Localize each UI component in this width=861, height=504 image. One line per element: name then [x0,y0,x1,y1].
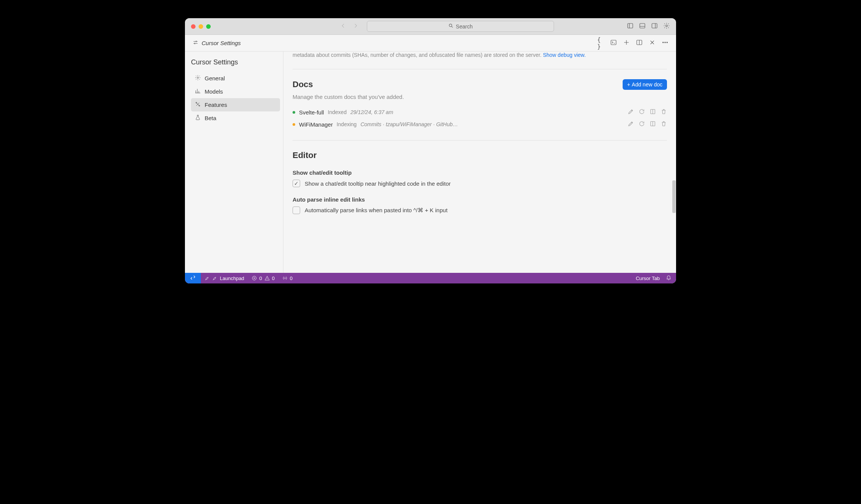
status-dot-icon [293,123,295,126]
docs-heading: Docs [293,80,313,89]
statusbar: Launchpad 0 0 0 Cursor Tab [185,273,676,283]
book-icon[interactable] [650,108,656,116]
bell-icon[interactable] [666,275,672,282]
sidebar-item-general[interactable]: General [191,72,280,85]
minimize-window-button[interactable] [199,24,203,29]
braces-icon[interactable]: { } [597,40,604,47]
close-window-button[interactable] [191,24,196,29]
checkbox-label: Automatically parse links when pasted in… [305,207,448,214]
svg-rect-1 [628,23,633,28]
svg-point-5 [196,41,197,42]
doc-name: WiFiManager [299,121,333,128]
search-icon [448,23,454,30]
panel-right-icon[interactable] [651,22,658,31]
flask-icon [195,114,201,122]
sidebar-item-label: Models [205,88,223,95]
launchpad-button[interactable]: Launchpad [201,273,248,283]
docs-description: Manage the custom docs that you've added… [293,94,667,100]
svg-point-9 [663,42,664,42]
split-editor-icon[interactable] [636,39,643,47]
doc-row: WiFiManager Indexing Commits · tzapu/WiF… [293,118,667,130]
doc-row: Svelte-full Indexed 29/12/24, 6:37 am [293,106,667,118]
warning-count: 0 [272,275,275,281]
edit-icon[interactable] [628,121,634,128]
setting-title: Show chat/edit tooltip [293,169,667,176]
divider [293,140,667,141]
sidebar-item-label: Beta [205,115,216,121]
settings-sidebar: Cursor Settings General Models Features … [185,52,283,273]
trash-icon[interactable] [661,108,667,116]
svg-point-6 [194,43,196,44]
cursor-tab-button[interactable]: Cursor Tab [636,275,660,281]
doc-status: Indexing [337,121,357,127]
doc-meta: 29/12/24, 6:37 am [351,109,393,115]
setting-title: Auto parse inline edit links [293,196,667,203]
doc-meta: Commits · tzapu/WiFiManager · GitHub… [360,121,458,127]
divider [293,69,667,69]
checkbox-label: Show a chat/edit tooltip near highlighte… [305,180,451,187]
show-tooltip-checkbox[interactable] [293,180,300,187]
nav-forward-button[interactable] [352,22,359,31]
error-count: 0 [259,275,262,281]
editor-heading: Editor [293,150,667,160]
search-input[interactable]: Search [367,21,554,32]
close-tab-icon[interactable] [649,39,656,47]
terminal-icon[interactable] [610,39,617,47]
active-tab[interactable]: Cursor Settings [193,39,241,47]
book-icon[interactable] [650,121,656,128]
window-controls [191,24,211,29]
sidebar-item-features[interactable]: Features [191,98,280,111]
refresh-icon[interactable] [639,108,645,116]
svg-point-0 [449,24,452,27]
app-window: Search Cursor Settings { } Cursor Settin… [185,18,676,283]
settings-main: metadata about commits (SHAs, number of … [283,52,676,273]
chart-icon [195,88,201,95]
tools-icon [195,101,201,108]
gear-icon [195,75,201,82]
auto-parse-links-checkbox[interactable] [293,207,300,214]
sliders-icon [193,39,199,47]
ports-button[interactable]: 0 [279,273,296,283]
panel-left-icon[interactable] [627,22,634,31]
sidebar-item-label: Features [205,102,227,108]
gear-icon[interactable] [663,22,670,31]
sidebar-item-models[interactable]: Models [191,85,280,98]
show-debug-link[interactable]: Show debug view. [543,52,586,58]
add-new-doc-button[interactable]: + Add new doc [623,79,667,90]
maximize-window-button[interactable] [206,24,211,29]
add-new-doc-label: Add new doc [632,81,662,88]
svg-point-10 [665,42,665,42]
codebase-info-text: metadata about commits (SHAs, number of … [293,52,667,59]
problems-button[interactable]: 0 0 [248,273,278,283]
doc-status: Indexed [328,109,347,115]
edit-icon[interactable] [628,108,634,116]
svg-rect-2 [640,23,645,28]
nav-back-button[interactable] [340,22,346,31]
titlebar: Search [185,18,676,35]
svg-rect-7 [611,40,616,45]
svg-point-11 [667,42,667,42]
svg-point-18 [285,278,285,279]
scrollbar-thumb[interactable] [672,180,676,213]
plus-icon: + [627,81,630,88]
refresh-icon[interactable] [639,121,645,128]
more-icon[interactable] [662,39,668,47]
tab-title: Cursor Settings [202,40,241,46]
search-placeholder: Search [456,23,473,30]
remote-button[interactable] [185,273,201,283]
sidebar-item-beta[interactable]: Beta [191,111,280,125]
svg-point-12 [197,77,199,78]
panel-bottom-icon[interactable] [639,22,646,31]
ports-count: 0 [290,275,293,281]
setting-group: Auto parse inline edit links Automatical… [293,196,667,214]
diff-icon[interactable] [623,39,630,47]
trash-icon[interactable] [661,121,667,128]
tabbar: Cursor Settings { } [185,35,676,52]
sidebar-item-label: General [205,75,225,81]
doc-name: Svelte-full [299,109,324,116]
sidebar-title: Cursor Settings [191,57,280,72]
launchpad-label: Launchpad [220,275,244,281]
status-dot-icon [293,111,295,114]
svg-point-4 [666,25,668,27]
setting-group: Show chat/edit tooltip Show a chat/edit … [293,169,667,187]
